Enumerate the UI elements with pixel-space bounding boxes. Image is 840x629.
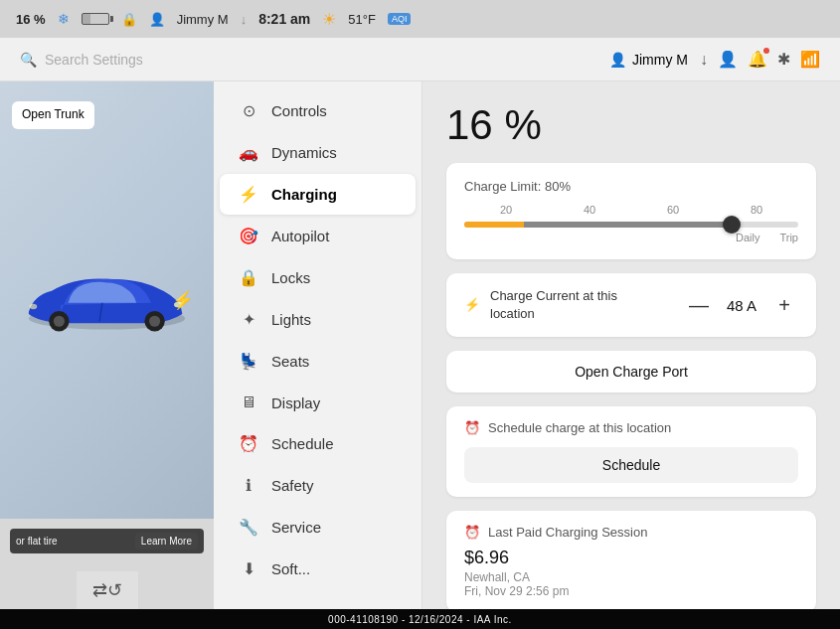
sidebar-item-safety[interactable]: ℹ Safety	[220, 465, 416, 506]
status-time: 8:21 am	[258, 11, 310, 27]
software-label: Soft...	[271, 560, 310, 577]
charge-current-row: ⚡ Charge Current at this location — 48 A…	[446, 273, 816, 337]
car-image-area: Open Trunk	[0, 81, 214, 519]
download-icon[interactable]: ↓	[700, 51, 708, 69]
charging-icon: ⚡	[238, 185, 259, 204]
status-bar: 16 % ❄ 🔒 👤 Jimmy M ↓ 8:21 am ☀ 51°F AQI	[0, 0, 840, 38]
charge-slider-container[interactable]	[464, 222, 798, 228]
charge-current-label: ⚡ Charge Current at this location	[464, 287, 623, 323]
sidebar-item-seats[interactable]: 💺 Seats	[220, 341, 416, 382]
user-icon-status: 👤	[149, 12, 165, 27]
safety-icon: ℹ	[238, 476, 259, 495]
slider-track	[464, 222, 798, 228]
schedule-section: ⏰ Schedule charge at this location Sched…	[446, 406, 816, 497]
refresh-icon[interactable]: ↺	[107, 579, 122, 601]
left-bottom: or flat tire Learn More	[0, 519, 214, 571]
charging-panel: 16 % Charge Limit: 80% 20 40 60 80	[422, 81, 840, 609]
charge-limit-label: Charge Limit: 80%	[464, 179, 798, 194]
tick-40: 40	[584, 204, 595, 216]
status-down-arrow: ↓	[241, 12, 248, 27]
dynamics-icon: 🚗	[238, 143, 259, 162]
snowflake-icon: ❄	[58, 11, 70, 27]
sidebar-item-locks[interactable]: 🔒 Locks	[220, 257, 416, 298]
flat-tire-text: or flat tire	[16, 536, 58, 547]
decrease-amp-button[interactable]: —	[685, 291, 713, 319]
search-placeholder-text: Search Settings	[45, 52, 143, 68]
slider-fill-orange	[464, 222, 524, 228]
schedule-header: ⏰ Schedule charge at this location	[464, 420, 798, 435]
sidebar-item-lights[interactable]: ✦ Lights	[220, 299, 416, 340]
tick-80: 80	[751, 204, 762, 216]
schedule-button[interactable]: Schedule	[464, 447, 798, 483]
increase-amp-button[interactable]: +	[770, 291, 798, 319]
safety-label: Safety	[271, 477, 314, 494]
shuffle-icon[interactable]: ⇄	[92, 579, 107, 601]
battery-icon	[82, 13, 109, 25]
battery-percentage: 16 %	[16, 12, 46, 27]
schedule-label: Schedule	[271, 435, 334, 452]
watermark-text: 000-41108190 - 12/16/2024 - IAA Inc.	[328, 614, 512, 625]
sidebar-item-software[interactable]: ⬇ Soft...	[220, 549, 416, 589]
tick-60: 60	[667, 204, 679, 216]
svg-point-3	[54, 316, 65, 327]
bell-icon[interactable]: 🔔	[748, 50, 767, 69]
lightning-badge: ⚡	[172, 289, 194, 311]
last-location: Newhall, CA	[464, 570, 798, 584]
user-info-top: 👤 Jimmy M	[609, 52, 688, 68]
controls-label: Controls	[271, 102, 327, 119]
last-charging-card: ⏰ Last Paid Charging Session $6.96 Newha…	[446, 511, 816, 609]
locks-label: Locks	[271, 269, 310, 286]
sidebar-item-dynamics[interactable]: 🚗 Dynamics	[220, 132, 416, 173]
top-bar-username: Jimmy M	[632, 52, 688, 68]
schedule-charge-icon: ⏰	[464, 420, 480, 435]
battery-percent-display: 16 %	[446, 101, 816, 149]
slider-thumb[interactable]	[723, 216, 741, 234]
open-trunk-button[interactable]: Open Trunk	[12, 101, 94, 129]
slider-fill-gray	[524, 222, 731, 228]
sidebar-item-display[interactable]: 🖥 Display	[220, 383, 416, 422]
slider-daily-trip-labels: Daily Trip	[464, 232, 798, 243]
open-charge-port-button[interactable]: Open Charge Port	[446, 351, 816, 393]
top-icons: ↓ 👤 🔔 ✱ 📶	[700, 50, 820, 69]
tick-20: 20	[500, 204, 512, 216]
sidebar-item-schedule[interactable]: ⏰ Schedule	[220, 423, 416, 464]
flat-tire-banner: or flat tire Learn More	[10, 529, 204, 553]
slider-tick-labels: 20 40 60 80	[464, 204, 798, 216]
charge-current-icon: ⚡	[464, 296, 480, 314]
sidebar-item-charging[interactable]: ⚡ Charging	[220, 174, 416, 215]
charge-limit-card: Charge Limit: 80% 20 40 60 80 Daily	[446, 163, 816, 259]
person-icon: 👤	[718, 50, 738, 69]
service-label: Service	[271, 519, 321, 536]
status-username: Jimmy M	[177, 12, 229, 27]
sidebar-item-controls[interactable]: ⊙ Controls	[220, 90, 416, 131]
locks-icon: 🔒	[238, 268, 259, 287]
search-area[interactable]: 🔍 Search Settings	[20, 52, 143, 68]
charging-label: Charging	[271, 186, 337, 203]
lock-icon-status: 🔒	[121, 12, 137, 27]
main-content: 🔍 Search Settings 👤 Jimmy M ↓ 👤 🔔 ✱ 📶	[0, 38, 840, 609]
lights-label: Lights	[271, 311, 311, 328]
autopilot-label: Autopilot	[271, 228, 329, 244]
schedule-charge-label: Schedule charge at this location	[488, 420, 671, 435]
dynamics-label: Dynamics	[271, 144, 337, 161]
bluetooth-icon[interactable]: ✱	[777, 50, 790, 69]
sidebar-item-autopilot[interactable]: 🎯 Autopilot	[220, 216, 416, 256]
temperature: 51°F	[348, 12, 376, 27]
display-label: Display	[271, 394, 320, 411]
sidebar-item-service[interactable]: 🔧 Service	[220, 507, 416, 548]
svg-point-7	[30, 304, 37, 310]
service-icon: 🔧	[238, 518, 259, 537]
autopilot-icon: 🎯	[238, 227, 259, 245]
top-bar: 🔍 Search Settings 👤 Jimmy M ↓ 👤 🔔 ✱ 📶	[0, 38, 840, 81]
content-row: Open Trunk	[0, 81, 840, 609]
learn-more-button[interactable]: Learn More	[135, 533, 198, 550]
last-charging-title: ⏰ Last Paid Charging Session	[464, 525, 798, 540]
aqi-badge: AQI	[388, 13, 412, 25]
software-icon: ⬇	[238, 559, 259, 578]
display-icon: 🖥	[238, 393, 259, 411]
charge-current-controls: — 48 A +	[685, 291, 798, 319]
seats-icon: 💺	[238, 352, 259, 371]
left-panel: Open Trunk	[0, 81, 214, 609]
seats-label: Seats	[271, 353, 309, 370]
watermark: 000-41108190 - 12/16/2024 - IAA Inc.	[0, 609, 840, 629]
